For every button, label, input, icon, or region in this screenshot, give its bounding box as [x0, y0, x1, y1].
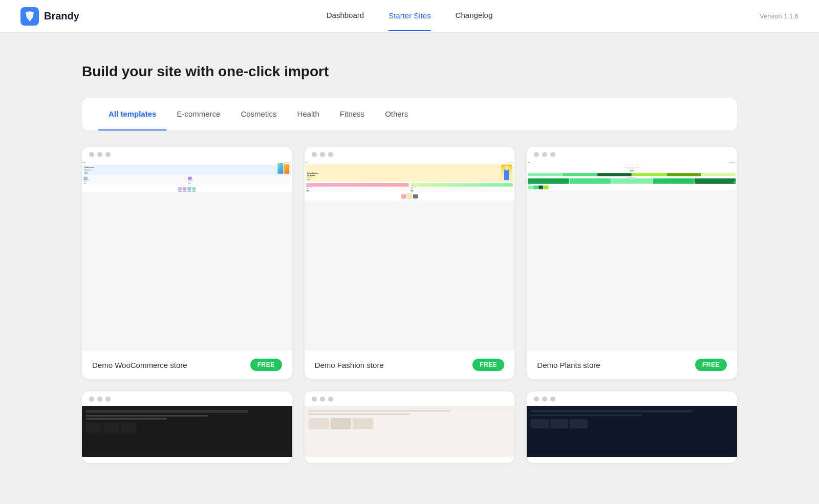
nav-starter-sites[interactable]: Starter Sites [389, 11, 431, 31]
header: Brandy Dashboard Starter Sites Changelog… [0, 0, 819, 33]
templates-grid: remit Shop Product About Contact NEW [82, 147, 737, 379]
window-chrome [82, 147, 292, 161]
dot-1 [534, 397, 539, 402]
tab-others[interactable]: Others [375, 98, 418, 130]
bottom-card-2[interactable] [305, 391, 515, 463]
logo[interactable]: Brandy [20, 7, 79, 26]
dot-1 [89, 152, 94, 157]
nav-dashboard[interactable]: Dashboard [327, 11, 364, 21]
dot-2 [542, 397, 547, 402]
woo-footer: Demo WooCommerce store FREE [82, 350, 292, 379]
bottom-chrome-3 [527, 391, 737, 406]
plants-window-chrome [527, 147, 737, 161]
main-content: Build your site with one-click import Al… [0, 33, 819, 484]
bottom-chrome-2 [305, 391, 515, 406]
fashion-badge: FREE [472, 359, 504, 371]
tab-ecommerce[interactable]: E-commerce [166, 98, 230, 130]
tab-health[interactable]: Health [287, 98, 329, 130]
dot-1 [89, 397, 94, 402]
fashion-name: Demo Fashion store [315, 361, 384, 369]
dot-2 [97, 397, 102, 402]
dot-2 [97, 152, 102, 157]
dot-3 [105, 152, 111, 157]
nav-changelog[interactable]: Changelog [456, 11, 493, 21]
template-card-woocommerce[interactable]: remit Shop Product About Contact NEW [82, 147, 292, 379]
dot-3 [328, 152, 333, 157]
dot-2 [320, 152, 325, 157]
dot-1 [534, 152, 539, 157]
dot-1 [312, 152, 317, 157]
plants-footer: Demo Plants store FREE [527, 350, 737, 379]
plants-preview: remit Shop Product Blog Contact NEW ARRI… [527, 161, 737, 350]
woo-name: Demo WooCommerce store [92, 361, 187, 369]
filter-tabs: All templates E-commerce Cosmetics Healt… [98, 98, 721, 130]
dot-3 [550, 397, 555, 402]
dot-1 [312, 397, 317, 402]
tab-all-templates[interactable]: All templates [98, 98, 166, 130]
bottom-preview-dark-1 [82, 406, 292, 457]
bottom-cards [82, 391, 737, 463]
fashion-preview: remit Shop Product About Contact NEW [305, 161, 515, 350]
template-card-fashion[interactable]: remit Shop Product About Contact NEW [305, 147, 515, 379]
version-label: Version 1.1.6 [760, 12, 799, 20]
tab-cosmetics[interactable]: Cosmetics [230, 98, 287, 130]
logo-text: Brandy [44, 10, 79, 22]
dot-3 [105, 397, 111, 402]
bottom-preview-light-2 [305, 406, 515, 457]
main-nav: Dashboard Starter Sites Changelog [327, 11, 492, 21]
bottom-card-3[interactable] [527, 391, 737, 463]
bottom-chrome-1 [82, 391, 292, 406]
dot-2 [542, 152, 547, 157]
logo-icon [20, 7, 39, 26]
dot-3 [550, 152, 555, 157]
filter-card: All templates E-commerce Cosmetics Healt… [82, 98, 737, 130]
plants-name: Demo Plants store [537, 361, 600, 369]
plants-badge: FREE [695, 359, 727, 371]
bottom-card-1[interactable] [82, 391, 292, 463]
fashion-window-chrome [305, 147, 515, 161]
dot-3 [328, 397, 333, 402]
tab-fitness[interactable]: Fitness [330, 98, 375, 130]
bottom-preview-dark2-3 [527, 406, 737, 457]
dot-2 [320, 397, 325, 402]
page-title: Build your site with one-click import [82, 63, 737, 80]
woo-badge: FREE [250, 359, 282, 371]
fashion-footer: Demo Fashion store FREE [305, 350, 515, 379]
template-card-plants[interactable]: remit Shop Product Blog Contact NEW ARRI… [527, 147, 737, 379]
woo-preview: remit Shop Product About Contact NEW [82, 161, 292, 350]
